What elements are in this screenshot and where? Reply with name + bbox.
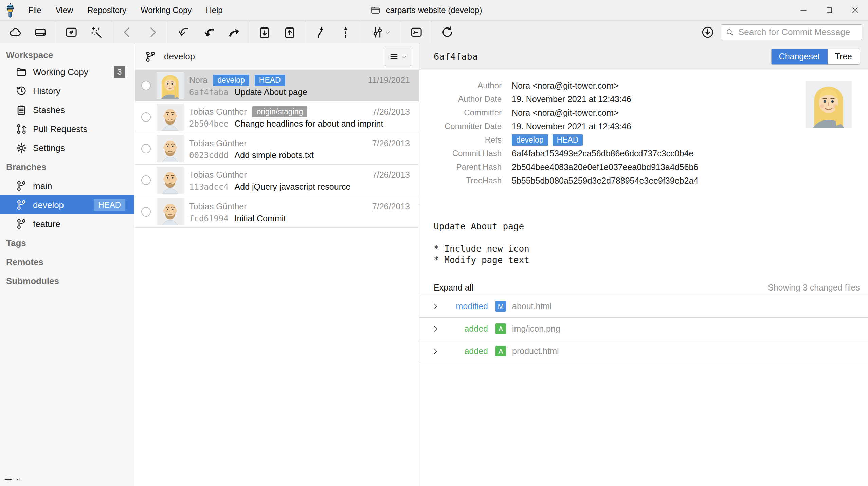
changed-file-row[interactable]: added A product.html [419, 340, 868, 362]
rebase-button[interactable] [334, 23, 357, 41]
commit-author: Tobias Günther [189, 202, 247, 211]
pull-button[interactable] [197, 23, 220, 41]
hard-drive-icon [34, 25, 47, 39]
field-tree-hash: TreeHash 5b55b5db080a5259d3e2d788954e3ee… [419, 174, 868, 187]
changed-files-header: Expand all Showing 3 changed files [419, 280, 868, 295]
commit-message: Add simple robots.txt [235, 150, 314, 160]
commit-hash: 113adcc4 [189, 182, 229, 192]
sidebar-item-label: Working Copy [33, 67, 88, 77]
add-repository-button[interactable] [3, 474, 21, 484]
commit-row[interactable]: Tobias Günther 7/26/2013 113adcc4 Add jQ… [135, 165, 419, 196]
field-label: Author [419, 81, 502, 90]
commit-row[interactable]: Nora develop HEAD 11/19/2021 6af4faba Up… [135, 70, 419, 101]
menu-repository[interactable]: Repository [80, 0, 133, 20]
expand-all-button[interactable]: Expand all [434, 283, 473, 293]
close-button[interactable] [842, 0, 868, 20]
changed-file-row[interactable]: modified M about.html [419, 295, 868, 318]
author-avatar-large [806, 81, 852, 128]
detail-commit-hash-title: 6af4faba [434, 51, 478, 62]
sidebar-item-branch-develop[interactable]: develop HEAD [0, 195, 134, 214]
tab-tree[interactable]: Tree [828, 49, 860, 64]
local-repositories-button[interactable] [29, 23, 52, 41]
commit-hash: 6af4faba [189, 88, 229, 97]
tab-changeset[interactable]: Changeset [772, 49, 828, 64]
forward-button[interactable] [141, 23, 164, 41]
search-input[interactable] [738, 26, 857, 38]
pull-arrow-icon [202, 25, 215, 39]
sidebar-item-branch-feature[interactable]: feature [0, 214, 134, 233]
cloud-icon [8, 25, 22, 39]
commit-message: Initial Commit [235, 213, 286, 223]
commit-list-options-button[interactable] [385, 48, 411, 66]
window-controls [791, 0, 868, 20]
clipboard-down-icon [258, 25, 271, 39]
pull-request-icon [16, 123, 27, 135]
stash-apply-button[interactable] [278, 23, 301, 41]
menu-file[interactable]: File [21, 0, 49, 20]
ref-badge-develop: develop [512, 134, 548, 146]
field-parent-hash: Parent Hash 2b504bee4083a20e0ef1e037eea0… [419, 160, 868, 174]
terminal-button[interactable] [405, 23, 428, 41]
sidebar-item-history[interactable]: History [0, 81, 134, 100]
commit-row[interactable]: Tobias Günther 7/26/2013 fcd61994 Initia… [135, 196, 419, 228]
commit-message: Add jQuery javascript resource [235, 182, 351, 192]
updates-button[interactable] [701, 26, 714, 39]
sidebar-item-settings[interactable]: Settings [0, 138, 134, 157]
stash-save-button[interactable] [253, 23, 276, 41]
quick-actions-button[interactable] [85, 23, 108, 41]
back-button[interactable] [116, 23, 139, 41]
branch-icon [16, 199, 27, 211]
sidebar-section-tags: Tags [0, 233, 134, 253]
sidebar-item-pull-requests[interactable]: Pull Requests [0, 119, 134, 138]
commit-hash: 0023cddd [189, 151, 229, 160]
rebase-arrow-icon [339, 25, 352, 39]
refresh-icon [440, 25, 454, 39]
added-badge: A [495, 323, 506, 334]
tower-logo-icon [5, 3, 16, 18]
compare-button[interactable] [365, 23, 397, 41]
detail-header: 6af4faba Changeset Tree [419, 43, 868, 70]
compare-icon [371, 25, 384, 39]
field-value: 19. November 2021 at 12:43:46 [512, 94, 631, 104]
field-value: 19. November 2021 at 12:43:46 [512, 122, 631, 131]
changed-files-count: Showing 3 changed files [768, 283, 860, 293]
changed-file-row[interactable]: added A img/icon.png [419, 318, 868, 340]
chevron-right-icon [432, 348, 440, 355]
commit-message-line: Update About page [434, 221, 868, 232]
sidebar-item-working-copy[interactable]: Working Copy 3 [0, 62, 134, 81]
fetch-button[interactable] [172, 23, 195, 41]
fetch-arrow-icon [177, 25, 190, 39]
menu-view[interactable]: View [49, 0, 80, 20]
push-arrow-icon [227, 25, 240, 39]
chevron-right-icon [432, 303, 440, 310]
refresh-button[interactable] [436, 23, 458, 41]
open-repository-button[interactable] [60, 23, 83, 41]
menu-help[interactable]: Help [199, 0, 230, 20]
commit-metadata: Author Nora <nora@git-tower.com> Author … [419, 70, 868, 205]
maximize-button[interactable] [816, 0, 842, 20]
branch-label: develop [33, 200, 64, 210]
commit-search-box [721, 24, 862, 40]
sidebar-section-submodules: Submodules [0, 272, 134, 291]
field-committer-date: Committer Date 19. November 2021 at 12:4… [419, 119, 868, 133]
working-copy-count-badge: 3 [114, 66, 125, 78]
push-button[interactable] [222, 23, 245, 41]
commit-row[interactable]: Tobias Günther origin/staging 7/26/2013 … [135, 101, 419, 133]
menu-bar: File View Repository Working Copy Help [21, 0, 230, 20]
menu-working-copy[interactable]: Working Copy [133, 0, 199, 20]
head-badge: HEAD [94, 199, 125, 211]
commit-author: Tobias Günther [189, 138, 247, 148]
minimize-button[interactable] [791, 0, 816, 20]
plus-icon [3, 474, 13, 484]
sidebar-item-branch-main[interactable]: main [0, 176, 134, 195]
branch-icon [16, 180, 27, 192]
merge-button[interactable] [309, 23, 332, 41]
services-button[interactable] [4, 23, 26, 41]
remote-ref-badge: origin/staging [252, 106, 308, 117]
sidebar-item-label: History [33, 86, 60, 96]
sidebar-item-stashes[interactable]: Stashes [0, 100, 134, 119]
commit-graph-node [141, 175, 151, 185]
file-name: about.html [512, 301, 552, 311]
commit-row[interactable]: Tobias Günther 7/26/2013 0023cddd Add si… [135, 133, 419, 165]
commit-author: Tobias Günther [189, 170, 247, 180]
